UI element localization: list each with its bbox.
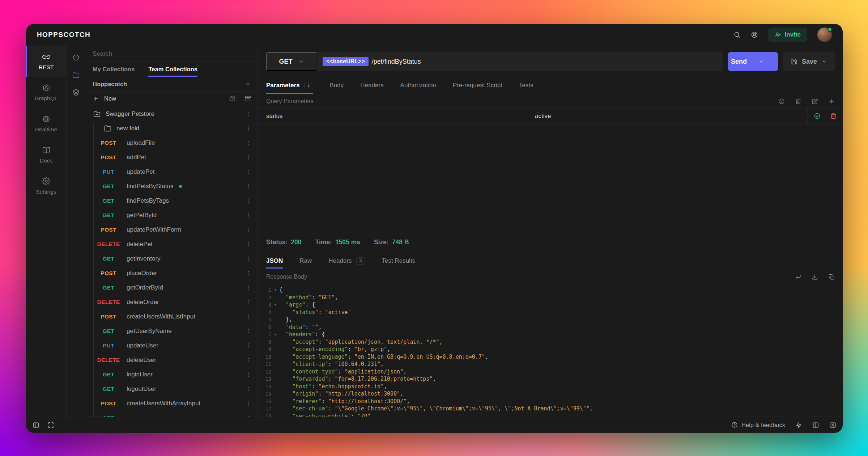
help-icon[interactable] [778, 98, 785, 105]
invite-button[interactable]: Invite [768, 28, 807, 42]
request-row-getuserbyname[interactable]: GETgetUserByName [85, 324, 257, 338]
request-row-addpet[interactable]: POSTaddPet [85, 150, 257, 165]
search-icon[interactable] [733, 31, 741, 38]
request-row-logoutuser[interactable]: GETlogoutUser [85, 382, 257, 396]
response-tab-json[interactable]: JSON [266, 252, 283, 270]
more-options-icon[interactable] [246, 299, 252, 305]
more-options-icon[interactable] [246, 328, 252, 334]
more-options-icon[interactable] [246, 111, 252, 117]
interceptor-icon[interactable] [795, 422, 802, 428]
avatar[interactable] [817, 28, 832, 42]
param-delete-icon[interactable] [830, 113, 837, 119]
request-row-getorderbyid[interactable]: GETgetOrderById [85, 280, 257, 295]
help-icon[interactable] [229, 95, 236, 102]
fold-arrow-icon[interactable]: ▾ [271, 331, 279, 338]
more-options-icon[interactable] [246, 270, 252, 276]
more-options-icon[interactable] [246, 357, 252, 363]
response-tab-headers[interactable]: Headers3 [328, 252, 365, 270]
wrap-lines-icon[interactable] [795, 274, 801, 280]
request-row-request[interactable]: GET [85, 411, 257, 417]
sidebar-item-graphql[interactable]: GraphQL [26, 77, 66, 108]
response-body-code[interactable]: 1▾{2 "method": "GET",3▾ "args": {4 "stat… [258, 284, 843, 417]
sidebar-item-realtime[interactable]: Realtime [26, 108, 66, 139]
collections-tab-my[interactable]: My Collections [93, 62, 135, 77]
request-row-loginuser[interactable]: GETloginUser [85, 367, 257, 382]
request-tab-body[interactable]: Body [330, 77, 344, 94]
more-options-icon[interactable] [246, 313, 252, 320]
request-tab-tests[interactable]: Tests [519, 77, 533, 94]
more-options-icon[interactable] [246, 154, 252, 161]
sidebar-item-settings[interactable]: Settings [26, 170, 66, 202]
request-row-getinventory[interactable]: GETgetInventory [85, 252, 257, 266]
collection-folder-row[interactable]: Swagger Petstore [85, 107, 257, 121]
fold-arrow-icon[interactable]: ▾ [271, 286, 279, 294]
save-button[interactable]: Save [783, 52, 835, 71]
request-row-createuserswitharrayinput[interactable]: POSTcreateUsersWithArrayInput [85, 396, 257, 411]
request-row-updateuser[interactable]: PUTupdateUser [85, 338, 257, 353]
request-tab-headers[interactable]: Headers [360, 77, 383, 94]
more-options-icon[interactable] [246, 212, 252, 219]
more-options-icon[interactable] [246, 169, 252, 175]
request-row-uploadfile[interactable]: POSTuploadFile [85, 136, 257, 150]
request-row-deleteorder[interactable]: DELETEdeleteOrder [85, 295, 257, 309]
help-feedback-button[interactable]: Help & feedback [731, 422, 785, 428]
more-options-icon[interactable] [246, 198, 252, 204]
param-enabled-icon[interactable] [814, 113, 821, 119]
indent-guide [93, 122, 94, 417]
panel-tab-collections[interactable] [69, 68, 82, 81]
code-line: 6 "data": "", [261, 324, 843, 331]
more-options-icon[interactable] [246, 400, 252, 407]
send-button[interactable]: Send [728, 52, 778, 71]
more-options-icon[interactable] [246, 227, 252, 233]
request-row-placeorder[interactable]: POSTplaceOrder [85, 266, 257, 280]
request-row-findpetsbytags[interactable]: GETfindPetsByTags [85, 194, 257, 208]
request-row-getpetbyid[interactable]: GETgetPetById [85, 208, 257, 223]
panel-tab-environments[interactable] [69, 86, 82, 99]
copy-icon[interactable] [828, 274, 835, 280]
request-row-findpetsbystatus[interactable]: GETfindPetsByStatus [85, 179, 257, 194]
more-options-icon[interactable] [246, 183, 252, 190]
shortcuts-icon[interactable] [47, 422, 54, 428]
new-collection-button[interactable]: New [93, 95, 116, 102]
collections-tab-team[interactable]: Team Collections [148, 62, 197, 77]
support-icon[interactable] [751, 31, 758, 38]
clear-all-icon[interactable] [795, 98, 801, 105]
more-options-icon[interactable] [246, 140, 252, 146]
panel-tab-history[interactable] [69, 51, 82, 64]
request-tab-pre-request-script[interactable]: Pre-request Script [453, 77, 502, 94]
team-selector[interactable]: Hoppscotch [85, 77, 257, 92]
url-input[interactable]: <<baseURL>> /pet/findByStatus [317, 52, 723, 71]
split-layout-icon[interactable] [812, 422, 819, 428]
fold-arrow-icon[interactable]: ▾ [271, 301, 279, 309]
method-selector[interactable]: GET [266, 52, 317, 71]
more-options-icon[interactable] [246, 386, 252, 392]
import-export-icon[interactable] [244, 95, 251, 102]
request-tab-authorization[interactable]: Authorization [400, 77, 436, 94]
request-row-createuserswithlistinput[interactable]: POSTcreateUsersWithListInput [85, 309, 257, 324]
sidebar-item-docs[interactable]: Docs [26, 139, 66, 170]
more-options-icon[interactable] [246, 256, 252, 262]
more-options-icon[interactable] [246, 415, 252, 417]
more-options-icon[interactable] [246, 241, 252, 248]
search-input[interactable] [85, 50, 257, 58]
request-tab-parameters[interactable]: Parameters1 [266, 77, 313, 94]
toggle-sidebar-icon[interactable] [33, 422, 39, 428]
param-key[interactable]: status [258, 109, 526, 123]
subfolder-row[interactable]: new fold [85, 121, 257, 136]
collapse-right-panel-icon[interactable] [829, 422, 836, 428]
response-tab-test-results[interactable]: Test Results [382, 252, 416, 270]
response-tab-raw[interactable]: Raw [299, 252, 312, 270]
request-row-updatepet[interactable]: PUTupdatePet [85, 165, 257, 179]
sidebar-item-rest[interactable]: REST [26, 46, 66, 77]
param-value[interactable]: active [526, 109, 807, 123]
add-param-icon[interactable] [828, 98, 835, 105]
more-options-icon[interactable] [246, 342, 252, 349]
download-icon[interactable] [812, 274, 818, 280]
request-row-deleteuser[interactable]: DELETEdeleteUser [85, 353, 257, 367]
request-row-deletepet[interactable]: DELETEdeletePet [85, 237, 257, 252]
more-options-icon[interactable] [246, 371, 252, 378]
request-row-updatepetwithform[interactable]: POSTupdatePetWithForm [85, 223, 257, 237]
more-options-icon[interactable] [246, 284, 252, 291]
more-options-icon[interactable] [246, 125, 252, 132]
bulk-edit-icon[interactable] [812, 98, 818, 105]
